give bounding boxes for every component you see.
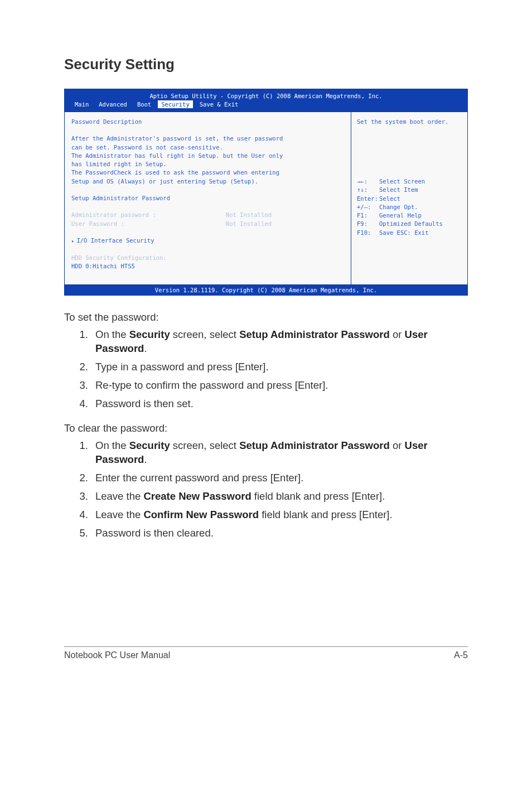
clr-s3-end: field blank and press [Enter]. bbox=[252, 490, 385, 502]
tab-security[interactable]: Security bbox=[158, 100, 193, 108]
help-v6: Optimized Defaults bbox=[379, 220, 443, 228]
clear-step-2: Enter the current password and press [En… bbox=[91, 471, 468, 485]
help-k1: →←: bbox=[357, 177, 379, 186]
clr-s3-pre: Leave the bbox=[95, 490, 143, 502]
page-footer: Notebook PC User Manual A-5 bbox=[64, 646, 468, 660]
clr-s3-b: Create New Password bbox=[143, 490, 251, 502]
user-password-row: User Password : Not Installed bbox=[71, 220, 344, 228]
clr-s4-b: Confirm New Password bbox=[143, 509, 259, 520]
user-password-value: Not Installed bbox=[226, 220, 344, 228]
tab-boot[interactable]: Boot bbox=[134, 100, 154, 108]
tab-main[interactable]: Main bbox=[71, 100, 92, 108]
user-password-label: User Password : bbox=[71, 220, 124, 228]
clear-password-intro: To clear the password: bbox=[64, 422, 468, 434]
set-password-intro: To set the password: bbox=[64, 311, 468, 323]
tab-advanced[interactable]: Advanced bbox=[95, 100, 130, 108]
set-step-4: Password is then set. bbox=[91, 397, 468, 411]
bios-left-panel: Password Description After the Administr… bbox=[65, 112, 351, 284]
pwd-desc-l1: After the Administrator's password is se… bbox=[71, 134, 344, 143]
clear-password-steps: On the Security screen, select Setup Adm… bbox=[64, 439, 468, 540]
help-k7: F10: bbox=[357, 229, 379, 237]
pwd-desc-l4: has limited right in Setup. bbox=[71, 160, 344, 168]
clr-s1-b2: Setup Administrator Password bbox=[239, 439, 390, 451]
clr-s1-pre: On the bbox=[95, 439, 129, 451]
set-s1-pre: On the bbox=[95, 328, 129, 340]
admin-password-row: Administrator password : Not Installed bbox=[71, 211, 344, 219]
help-v2: Select Item bbox=[379, 186, 418, 194]
set-s1-b2: Setup Administrator Password bbox=[239, 328, 390, 340]
clr-s1-end: . bbox=[144, 453, 147, 465]
footer-right: A-5 bbox=[454, 650, 468, 660]
help-enter: Enter: Select bbox=[357, 195, 462, 203]
clr-s1-b1: Security bbox=[129, 439, 170, 451]
set-step-1: On the Security screen, select Setup Adm… bbox=[91, 328, 468, 356]
bios-title-text: Aptio Setup Utility - Copyright (C) 2008… bbox=[65, 93, 467, 99]
bios-right-panel: Set the system boot order. →←: Select Sc… bbox=[351, 112, 467, 284]
hdd0-item[interactable]: HDD 0:Hitachi HTS5 bbox=[71, 262, 344, 270]
pwd-desc-l6: Setup and OS (Always) or just entering S… bbox=[71, 177, 344, 186]
clr-s1-or: or bbox=[390, 439, 405, 451]
set-s1-mid: screen, select bbox=[170, 328, 239, 340]
set-s1-end: . bbox=[144, 342, 147, 354]
clear-step-4: Leave the Confirm New Password field bla… bbox=[91, 508, 468, 522]
help-optimized-defaults: F9: Optimized Defaults bbox=[357, 220, 462, 228]
clear-step-5: Password is then cleared. bbox=[91, 526, 468, 540]
bios-titlebar: Aptio Setup Utility - Copyright (C) 2008… bbox=[65, 89, 467, 112]
set-step-2: Type in a password and press [Enter]. bbox=[91, 360, 468, 374]
pwd-desc-l5: The PasswordCheck is used to ask the pas… bbox=[71, 168, 344, 177]
help-k2: ↑↓: bbox=[357, 186, 379, 194]
set-step-3: Re-type to confirm the password and pres… bbox=[91, 379, 468, 393]
pwd-desc-l3: The Administrator has full right in Setu… bbox=[71, 152, 344, 160]
password-description-heading: Password Description bbox=[71, 118, 344, 126]
bios-window: Aptio Setup Utility - Copyright (C) 2008… bbox=[64, 89, 468, 296]
admin-password-value: Not Installed bbox=[226, 211, 344, 219]
section-title: Security Setting bbox=[64, 56, 468, 73]
help-k4: +/—: bbox=[357, 203, 379, 211]
io-interface-security[interactable]: I/O Interface Security bbox=[71, 236, 344, 245]
help-save-exit: F10: Save ESC: Exit bbox=[357, 229, 462, 237]
help-v1: Select Screen bbox=[379, 177, 425, 186]
help-v3: Select bbox=[379, 195, 400, 203]
set-s1-or: or bbox=[390, 328, 405, 340]
help-change-opt: +/—: Change Opt. bbox=[357, 203, 462, 211]
admin-password-label: Administrator password : bbox=[71, 211, 156, 219]
clr-s4-pre: Leave the bbox=[95, 509, 143, 520]
bios-footer: Version 1.28.1119. Copyright (C) 2008 Am… bbox=[65, 285, 467, 295]
footer-left: Notebook PC User Manual bbox=[64, 650, 170, 660]
bios-body: Password Description After the Administr… bbox=[65, 112, 467, 285]
set-s1-b1: Security bbox=[129, 328, 170, 340]
clear-step-3: Leave the Create New Password field blan… bbox=[91, 490, 468, 504]
help-select-screen: →←: Select Screen bbox=[357, 177, 462, 186]
set-password-steps: On the Security screen, select Setup Adm… bbox=[64, 328, 468, 411]
bios-tabs: Main Advanced Boot Security Save & Exit bbox=[65, 99, 467, 108]
help-k3: Enter: bbox=[357, 195, 379, 203]
hdd-security-config: HDD Security Configuration: bbox=[71, 254, 344, 262]
help-k5: F1: bbox=[357, 211, 379, 220]
tab-save-exit[interactable]: Save & Exit bbox=[196, 100, 242, 108]
help-v7: Save ESC: Exit bbox=[379, 229, 429, 237]
setup-admin-password[interactable]: Setup Administrator Password bbox=[71, 194, 344, 202]
clear-step-1: On the Security screen, select Setup Adm… bbox=[91, 439, 468, 467]
clr-s4-end: field blank and press [Enter]. bbox=[259, 509, 393, 520]
help-select-item: ↑↓: Select Item bbox=[357, 186, 462, 194]
help-general-help: F1: General Help bbox=[357, 211, 462, 220]
bios-help-hint: Set the system boot order. bbox=[357, 118, 462, 126]
clr-s1-mid: screen, select bbox=[170, 439, 239, 451]
help-k6: F9: bbox=[357, 220, 379, 228]
pwd-desc-l2: can be set. Password is not case-sensiti… bbox=[71, 143, 344, 152]
help-v5: General Help bbox=[379, 211, 422, 220]
help-v4: Change Opt. bbox=[379, 203, 418, 211]
